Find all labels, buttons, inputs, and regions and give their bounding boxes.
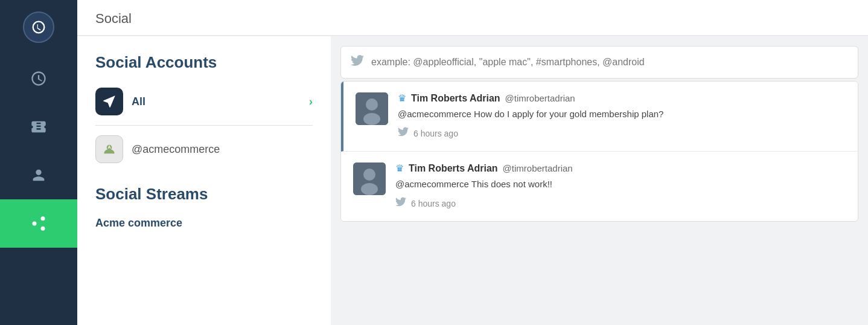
social-accounts-title: Social Accounts [95,53,313,72]
twitter-time-icon [398,126,409,140]
tweet-header: ♛ Tim Roberts Adrian @timrobertadrian [398,92,846,104]
svg-point-0 [41,216,45,220]
twitter-search-icon [351,54,364,71]
sidebar-item-tickets[interactable] [0,103,77,151]
account-arrow-all: › [309,95,313,108]
social-streams-title: Social Streams [95,185,313,204]
tweet-author-handle: @timrobertadrian [505,93,575,103]
svg-text:A: A [107,144,111,150]
accounts-divider [95,125,313,126]
svg-point-1 [33,222,37,226]
stream-link-acme[interactable]: Acme commerce [95,214,313,232]
tweet-header: ♛ Tim Roberts Adrian @timrobertadrian [395,162,846,174]
left-panel: Social Accounts All › [77,36,331,325]
page-title: Social [95,11,850,27]
sidebar [0,0,77,325]
svg-point-8 [363,113,380,125]
tweet-author-handle: @timrobertadrian [503,163,573,173]
svg-point-10 [363,169,375,181]
tweet-body: ♛ Tim Roberts Adrian @timrobertadrian @a… [398,92,846,140]
sidebar-item-contacts[interactable] [0,151,77,199]
account-icon-all [95,88,123,115]
social-streams-section: Social Streams Acme commerce [95,185,313,232]
tweet-author-name: Tim Roberts Adrian [409,163,498,174]
tweet-time-label: 6 hours ago [413,129,458,138]
twitter-time-icon [395,196,406,210]
tweet-author-name: Tim Roberts Adrian [411,93,500,104]
avatar [353,162,386,195]
account-label-acme: @acmecommerce [132,143,220,156]
tweet-time-label: 6 hours ago [411,199,456,208]
account-label-all: All [132,95,301,108]
app-logo [23,11,54,43]
sidebar-nav [0,54,77,325]
avatar [356,92,388,125]
tweet-text: @acmecommerce This does not work!! [395,178,846,190]
account-icon-acme: A [95,135,123,163]
svg-point-2 [41,227,45,231]
tweet-feed: ♛ Tim Roberts Adrian @timrobertadrian @a… [340,81,858,222]
tweet-item: ♛ Tim Roberts Adrian @timrobertadrian @a… [341,82,858,152]
crown-icon: ♛ [395,162,404,174]
account-item-all[interactable]: All › [95,83,313,120]
search-input[interactable] [371,57,848,68]
right-panel: ♛ Tim Roberts Adrian @timrobertadrian @a… [331,36,868,325]
tweet-text: @acmecommerce How do I apply for your go… [398,108,846,120]
account-item-acme[interactable]: A @acmecommerce [95,130,313,168]
sidebar-item-dashboard[interactable] [0,54,77,103]
tweet-body: ♛ Tim Roberts Adrian @timrobertadrian @a… [395,162,846,210]
content-area: Social Accounts All › [77,36,868,325]
tweet-item: ♛ Tim Roberts Adrian @timrobertadrian @a… [341,152,858,221]
tweet-time: 6 hours ago [398,126,846,140]
search-bar[interactable] [340,46,858,79]
main-content: Social Social Accounts All › [77,0,868,325]
tweet-time: 6 hours ago [395,196,846,210]
crown-icon: ♛ [398,92,406,104]
page-header: Social [77,0,868,36]
sidebar-item-social[interactable] [0,199,77,248]
sidebar-logo [0,0,77,54]
svg-point-11 [361,183,378,195]
svg-point-7 [366,98,378,111]
